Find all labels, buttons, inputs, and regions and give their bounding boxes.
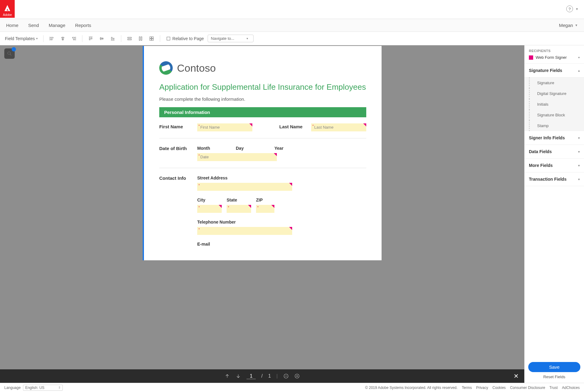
doc-title: Application for Supplemental Life Insura… — [159, 82, 366, 92]
footer-terms[interactable]: Terms — [462, 386, 472, 390]
last-name-field[interactable]: *Last Name — [311, 123, 366, 131]
footer-disclosure[interactable]: Consumer Disclosure — [510, 386, 545, 390]
divider — [160, 35, 160, 42]
field-stamp[interactable]: Stamp — [529, 120, 584, 131]
page-total: 1 — [268, 373, 271, 379]
divider — [43, 35, 43, 42]
align-center-h-icon[interactable] — [58, 35, 67, 43]
label-state: State — [227, 197, 251, 202]
brand-bar: Adobe ? ▼ — [0, 0, 584, 19]
footer: Language English: US⇳ © 2019 Adobe Syste… — [0, 383, 584, 392]
nav-bar: Home Send Manage Reports Megan▼ — [0, 19, 584, 32]
zoom-out-icon[interactable] — [283, 373, 289, 379]
language-select[interactable]: English: US⇳ — [23, 385, 63, 391]
svg-rect-1 — [128, 39, 131, 40]
align-right-icon[interactable] — [69, 35, 78, 43]
match-height-icon[interactable] — [136, 35, 145, 43]
label-dob: Date of Birth — [159, 145, 190, 151]
acc-data-fields[interactable]: Data Fields▾ — [525, 145, 584, 159]
label-street: Street Address — [197, 175, 366, 180]
relative-to-page-toggle[interactable]: Relative to Page — [164, 35, 206, 43]
toolbar: Field Templates▾ Relative to Page Naviga… — [0, 32, 584, 45]
contoso-logo — [159, 61, 173, 75]
help-dropdown-chevron[interactable]: ▼ — [575, 7, 578, 11]
canvas-area: Contoso Application for Supplemental Lif… — [0, 45, 524, 383]
divider — [121, 35, 121, 42]
reset-fields-link[interactable]: Reset Fields — [528, 375, 580, 379]
page-current[interactable]: 1 — [247, 373, 256, 379]
language-label: Language — [4, 386, 21, 390]
footer-adchoices[interactable]: AdChoices — [562, 386, 580, 390]
zoom-in-icon[interactable] — [294, 373, 300, 379]
footer-trust[interactable]: Trust — [549, 386, 558, 390]
label-email: E-mail — [197, 241, 366, 247]
section-header: Personal Information — [159, 107, 366, 117]
nav-home[interactable]: Home — [6, 23, 18, 28]
match-size-icon[interactable] — [147, 35, 156, 43]
right-panel: RECIPIENTS Web Form Signer ▾ Signature F… — [524, 45, 584, 383]
prev-page-icon[interactable] — [224, 373, 230, 379]
footer-cookies[interactable]: Cookies — [492, 386, 506, 390]
zip-field[interactable]: * — [256, 205, 274, 213]
field-signature-block[interactable]: Signature Block — [529, 110, 584, 120]
field-templates-dropdown[interactable]: Field Templates▾ — [3, 35, 40, 42]
city-field[interactable]: * — [197, 205, 222, 213]
svg-rect-6 — [150, 39, 151, 40]
acc-more-fields[interactable]: More Fields▾ — [525, 159, 584, 172]
phone-field[interactable]: * — [197, 227, 292, 235]
divider — [82, 35, 82, 42]
svg-rect-4 — [150, 37, 151, 38]
label-last-name: Last Name — [279, 123, 304, 129]
label-contact: Contact Info — [159, 175, 190, 181]
save-button[interactable]: Save — [528, 362, 580, 372]
svg-rect-0 — [128, 37, 131, 38]
align-middle-icon[interactable] — [97, 35, 106, 43]
nav-manage[interactable]: Manage — [49, 23, 65, 28]
next-page-icon[interactable] — [235, 373, 241, 379]
date-field[interactable]: *Date — [197, 153, 277, 161]
field-initials[interactable]: Initials — [529, 99, 584, 110]
doc-subtitle: Please complete the following informatio… — [159, 96, 366, 102]
label-day: Day — [236, 145, 269, 151]
nav-reports[interactable]: Reports — [75, 23, 91, 28]
match-width-icon[interactable] — [125, 35, 134, 43]
first-name-field[interactable]: *First Name — [197, 123, 252, 131]
svg-point-9 — [8, 52, 10, 55]
field-digital-signature[interactable]: Digital Signature — [529, 88, 584, 99]
acc-signature-fields[interactable]: Signature Fields▴ — [525, 64, 584, 77]
label-year: Year — [274, 145, 293, 151]
label-zip: ZIP — [256, 197, 274, 202]
svg-rect-3 — [141, 37, 142, 40]
page-bar: 1 / 1 | ✕ — [0, 369, 524, 383]
navigate-to-select[interactable]: Navigate to...▾ — [208, 35, 254, 42]
street-field[interactable]: * — [197, 183, 292, 191]
recipient-signer[interactable]: Web Form Signer ▾ — [529, 55, 580, 60]
close-icon[interactable]: ✕ — [514, 372, 519, 380]
document: Contoso Application for Supplemental Lif… — [143, 46, 382, 260]
label-first-name: First Name — [159, 123, 190, 129]
help-icon[interactable]: ? — [566, 6, 573, 12]
adobe-logo: Adobe — [0, 0, 15, 18]
zoom-tool-icon[interactable] — [4, 48, 15, 59]
signer-color-swatch — [529, 55, 533, 60]
doc-brand: Contoso — [177, 62, 216, 74]
align-top-icon[interactable] — [86, 35, 95, 43]
svg-rect-5 — [152, 37, 153, 38]
copyright: © 2019 Adobe Systems Incorporated. All r… — [365, 386, 458, 390]
label-city: City — [197, 197, 222, 202]
signature-fields-list: Signature Digital Signature Initials Sig… — [525, 77, 584, 131]
svg-rect-2 — [139, 37, 140, 40]
align-bottom-icon[interactable] — [108, 35, 117, 43]
field-signature[interactable]: Signature — [529, 77, 584, 88]
acc-transaction-fields[interactable]: Transaction Fields▾ — [525, 172, 584, 186]
page-sep: / — [261, 373, 262, 379]
label-phone: Telephone Number — [197, 219, 366, 224]
recipients-heading: RECIPIENTS — [529, 49, 580, 53]
nav-send[interactable]: Send — [28, 23, 39, 28]
user-menu[interactable]: Megan▼ — [559, 23, 578, 28]
footer-privacy[interactable]: Privacy — [476, 386, 488, 390]
align-left-icon[interactable] — [47, 35, 56, 43]
svg-rect-7 — [152, 39, 153, 40]
acc-signer-info[interactable]: Signer Info Fields▾ — [525, 131, 584, 145]
state-field[interactable]: * — [227, 205, 251, 213]
